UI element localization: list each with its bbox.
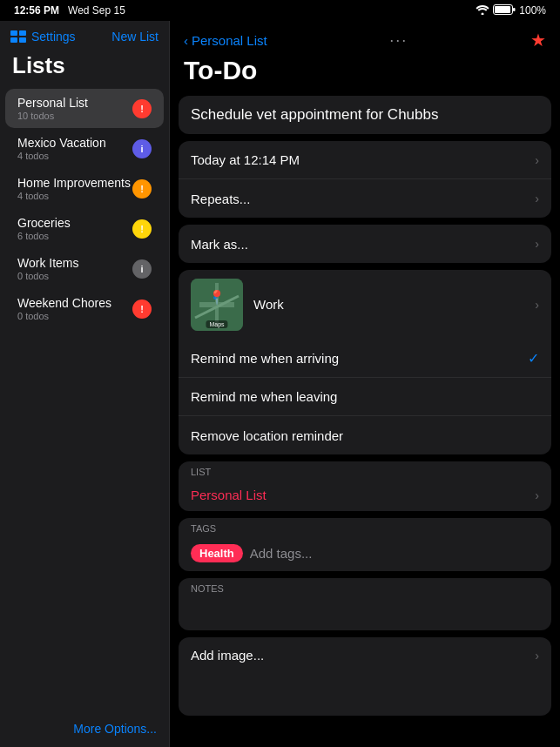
add-image-row[interactable]: Add image... › [179,637,551,673]
health-tag[interactable]: Health [191,544,243,562]
star-button[interactable]: ★ [530,30,546,50]
sidebar-header: Settings New List [0,21,169,49]
map-chevron: › [535,298,539,312]
sidebar-title: Lists [0,49,169,88]
notes-section-card: NOTES [179,578,551,630]
more-options-button[interactable]: More Options... [73,722,157,736]
add-tags-button[interactable]: Add tags... [250,546,313,561]
sidebar-footer: More Options... [0,714,169,747]
list-section-label: LIST [179,461,551,479]
app-container: Settings New List Lists Personal List 10… [0,21,560,747]
sidebar-list: Personal List 10 todos ! Mexico Vacation… [0,88,169,714]
personal-list-chevron: › [535,488,539,502]
tags-section-card: TAGS Health Add tags... [179,518,551,571]
add-image-card: Add image... › [179,637,551,716]
battery-percent: 100% [519,4,546,17]
repeats-text: Repeats... [191,192,250,206]
notes-row[interactable] [179,596,551,630]
repeats-row[interactable]: Repeats... › [179,179,551,218]
status-time: 12:56 PM [14,4,59,17]
sidebar-item-home-improvements[interactable]: Home Improvements 4 todos ! [5,169,164,208]
main-nav: ‹ Personal List ··· ★ [170,21,560,56]
sidebar-item-work-items[interactable]: Work Items 0 todos i [5,249,164,288]
date-text: Today at 12:14 PM [191,152,300,167]
tags-row: Health Add tags... [179,535,551,571]
map-thumbnail: 📍 Maps [191,279,243,331]
remind-leaving-text: Remind me when leaving [191,389,337,404]
sidebar-item-personal-list[interactable]: Personal List 10 todos ! [5,89,164,128]
svg-point-0 [482,12,484,15]
chevron-left-icon: ‹ [184,33,188,48]
remove-location-text: Remove location reminder [191,428,343,443]
new-list-button[interactable]: New List [111,30,159,44]
task-title-text: Schedule vet appointment for Chubbs [191,106,438,124]
mark-as-text: Mark as... [191,237,248,252]
remind-leaving-row[interactable]: Remind me when leaving [179,378,551,416]
remove-location-row[interactable]: Remove location reminder [179,416,551,454]
status-date: Wed Sep 15 [68,4,125,17]
list-section-card: LIST Personal List › [179,461,551,511]
task-title-card: Schedule vet appointment for Chubbs [179,96,551,134]
add-image-chevron: › [535,649,539,663]
map-pin-icon: 📍 [208,289,226,306]
date-row[interactable]: Today at 12:14 PM › [179,141,551,179]
check-arriving-icon: ✓ [528,350,539,367]
mark-as-chevron: › [535,237,539,251]
more-dots-button[interactable]: ··· [389,31,408,50]
tags-section-label: TAGS [179,518,551,535]
map-location-name: Work [253,297,284,312]
back-button[interactable]: ‹ Personal List [184,33,267,48]
remind-arriving-row[interactable]: Remind me when arriving ✓ [179,340,551,378]
date-repeats-card: Today at 12:14 PM › Repeats... › [179,141,551,218]
main-content: Schedule vet appointment for Chubbs Toda… [170,96,560,747]
sidebar-item-mexico-vacation[interactable]: Mexico Vacation 4 todos i [5,129,164,168]
sidebar-item-groceries[interactable]: Groceries 6 todos ! [5,209,164,248]
svg-rect-3 [513,8,516,11]
personal-list-name: Personal List [191,488,267,502]
add-image-text: Add image... [191,648,264,663]
svg-rect-2 [495,6,510,13]
grid-icon [10,30,26,43]
remind-arriving-text: Remind me when arriving [191,351,339,366]
status-right-icons: 100% [476,4,546,17]
notes-section-label: NOTES [179,578,551,596]
map-row: 📍 Maps Work › [179,270,551,340]
wifi-icon [476,4,489,17]
map-label-text: Maps [206,320,227,328]
mark-as-row[interactable]: Mark as... › [179,225,551,263]
settings-button[interactable]: Settings [10,30,76,44]
sidebar-item-weekend-chores[interactable]: Weekend Chores 0 todos ! [5,289,164,328]
task-title-row: Schedule vet appointment for Chubbs [179,96,551,134]
date-chevron: › [535,153,539,167]
sidebar: Settings New List Lists Personal List 10… [0,21,170,747]
main-panel: ‹ Personal List ··· ★ To-Do Schedule vet… [170,21,560,747]
battery-icon [493,4,516,17]
repeats-chevron: › [535,192,539,205]
personal-list-row[interactable]: Personal List › [179,479,551,511]
status-bar: 12:56 PM Wed Sep 15 100% [0,0,560,21]
back-label: Personal List [192,33,267,48]
mark-as-card: Mark as... › [179,225,551,263]
location-card: 📍 Maps Work › Remind me when arriving ✓ … [179,270,551,454]
main-title: To-Do [170,56,560,96]
